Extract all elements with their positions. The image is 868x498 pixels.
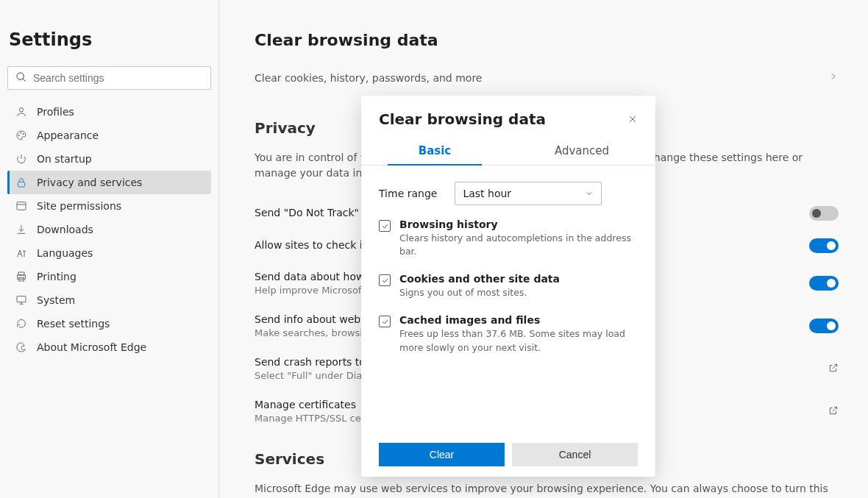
- checkbox-cache[interactable]: [379, 316, 391, 327]
- check-sub: Frees up less than 37.6 MB. Some sites m…: [399, 327, 638, 354]
- cancel-button[interactable]: Cancel: [512, 443, 638, 466]
- check-cache: Cached images and files Frees up less th…: [379, 314, 638, 354]
- dialog-tabs: Basic Advanced: [361, 138, 655, 166]
- clear-button[interactable]: Clear: [379, 443, 505, 466]
- close-icon: [627, 114, 638, 124]
- time-range-value: Last hour: [463, 188, 511, 199]
- check-title: Cookies and other site data: [399, 273, 560, 285]
- check-cookies: Cookies and other site data Signs you ou…: [379, 273, 638, 299]
- tab-advanced[interactable]: Advanced: [508, 138, 655, 165]
- check-sub: Signs you out of most sites.: [399, 286, 560, 299]
- modal-overlay: Clear browsing data Basic Advanced Time …: [0, 0, 868, 498]
- check-title: Cached images and files: [399, 314, 638, 326]
- checkbox-browsing-history[interactable]: [379, 220, 391, 232]
- time-range-select[interactable]: Last hour: [455, 182, 602, 205]
- close-button[interactable]: [627, 114, 638, 124]
- check-sub: Clears history and autocompletions in th…: [399, 232, 638, 258]
- chevron-down-icon: [585, 189, 594, 198]
- dialog-title: Clear browsing data: [379, 110, 546, 128]
- checkbox-cookies[interactable]: [379, 274, 391, 286]
- time-range-label: Time range: [379, 188, 437, 199]
- check-browsing-history: Browsing history Clears history and auto…: [379, 218, 638, 258]
- check-title: Browsing history: [399, 218, 638, 230]
- clear-browsing-data-dialog: Clear browsing data Basic Advanced Time …: [361, 96, 655, 477]
- tab-basic[interactable]: Basic: [361, 138, 508, 165]
